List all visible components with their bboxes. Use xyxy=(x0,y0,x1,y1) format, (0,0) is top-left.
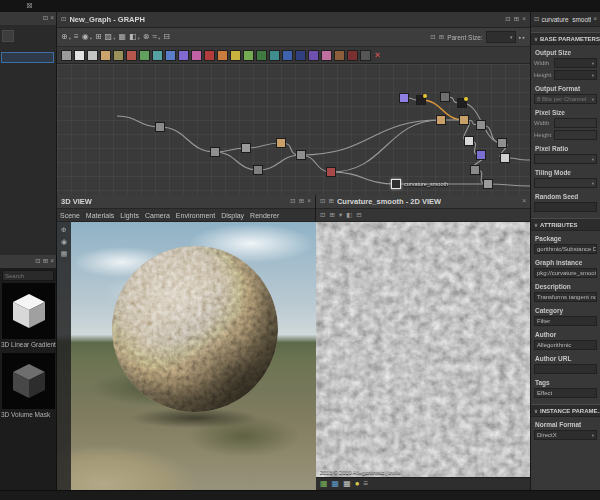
node-type-swatch[interactable] xyxy=(360,50,371,61)
node-type-swatch[interactable] xyxy=(178,50,189,61)
uv-grid-icon[interactable]: ▦ xyxy=(332,480,340,488)
field-value[interactable]: Allegorithmic xyxy=(534,340,597,350)
float-icon[interactable]: ⊞ xyxy=(328,198,333,205)
palette-close-icon[interactable]: × xyxy=(375,51,380,60)
link-sizes-icon[interactable]: ●● xyxy=(519,35,526,40)
node-type-swatch[interactable] xyxy=(217,50,228,61)
graph-node[interactable] xyxy=(457,98,467,108)
dock-icon[interactable]: ⊡ xyxy=(505,16,510,23)
dock-icon[interactable]: ⊡ xyxy=(320,198,325,205)
dock-icon[interactable]: ⊡ xyxy=(43,15,48,22)
graph-node[interactable] xyxy=(483,179,493,189)
node-type-swatch[interactable] xyxy=(230,50,241,61)
pan-tool-icon[interactable]: ≡ xyxy=(74,33,79,41)
node-type-swatch[interactable] xyxy=(243,50,254,61)
node-type-swatch[interactable] xyxy=(139,50,150,61)
graph-node[interactable] xyxy=(391,179,401,189)
close-icon[interactable]: × xyxy=(50,15,54,22)
close-icon[interactable]: × xyxy=(522,198,526,205)
node-type-swatch[interactable] xyxy=(269,50,280,61)
node-type-swatch[interactable] xyxy=(152,50,163,61)
graph-node[interactable] xyxy=(210,147,220,157)
float-icon[interactable]: ⊞ xyxy=(43,258,48,265)
graph-node[interactable] xyxy=(440,92,450,102)
float-icon[interactable]: ⊞ xyxy=(514,16,519,23)
field-value[interactable]: ▾ xyxy=(554,70,597,80)
orbit-icon[interactable]: ◉ xyxy=(61,238,67,245)
menu-lights[interactable]: Lights xyxy=(117,212,142,219)
node-type-swatch[interactable] xyxy=(347,50,358,61)
node-type-swatch[interactable] xyxy=(87,50,98,61)
camera-icon[interactable]: ⊕ xyxy=(61,226,67,233)
dock-icon[interactable]: ⊡ xyxy=(35,258,40,265)
field-value[interactable] xyxy=(534,364,597,374)
menu-environment[interactable]: Environment xyxy=(173,212,218,219)
node-type-swatch[interactable] xyxy=(295,50,306,61)
section-instance-parameters[interactable]: ∨INSTANCE PARAME... xyxy=(531,404,600,417)
material-channels-icon[interactable]: ▦ xyxy=(320,480,328,488)
options-icon[interactable]: ≡ xyxy=(364,480,369,488)
explorer-tab-icon[interactable] xyxy=(2,30,14,42)
float-icon[interactable]: ⊞ xyxy=(299,198,304,205)
node-type-swatch[interactable] xyxy=(321,50,332,61)
field-value[interactable]: pkg://curvature_smooth xyxy=(534,268,597,278)
menu-renderer[interactable]: Renderer xyxy=(247,212,282,219)
graph-node[interactable] xyxy=(416,95,426,105)
field-value[interactable] xyxy=(534,202,597,212)
field-value[interactable]: Effect xyxy=(534,388,597,398)
graph-node[interactable] xyxy=(155,122,165,132)
close-icon[interactable]: × xyxy=(593,16,597,23)
compile-tool-icon[interactable]: ⊗ xyxy=(143,33,150,41)
library-item[interactable]: 3D Linear Gradient xyxy=(0,283,57,348)
graph-node[interactable] xyxy=(497,138,507,148)
dock-icon[interactable]: ⊡ xyxy=(430,34,435,41)
node-type-swatch[interactable] xyxy=(113,50,124,61)
split-tool-icon[interactable]: ◧▾ xyxy=(129,33,140,41)
node-type-swatch[interactable] xyxy=(126,50,137,61)
graph-node[interactable] xyxy=(464,136,474,146)
node-type-swatch[interactable] xyxy=(334,50,345,61)
tile-icon[interactable]: ⊞ xyxy=(329,212,334,219)
view3d-viewport[interactable]: ⊕◉▦ xyxy=(57,222,316,490)
dock-icon[interactable]: ⊡ xyxy=(290,198,295,205)
graph-node[interactable] xyxy=(296,150,306,160)
menu-camera[interactable]: Camera xyxy=(142,212,173,219)
tiling-icon[interactable]: ▦ xyxy=(343,480,351,488)
node-type-swatch[interactable] xyxy=(308,50,319,61)
graph-node[interactable] xyxy=(326,167,336,177)
node-type-swatch[interactable] xyxy=(191,50,202,61)
close-icon[interactable]: × xyxy=(307,198,311,205)
close-icon[interactable]: × xyxy=(522,16,526,23)
add-node-tool-icon[interactable]: ⊞ xyxy=(95,33,102,41)
menu-display[interactable]: Display xyxy=(218,212,247,219)
field-value[interactable]: Transforms tangent norm xyxy=(534,292,597,302)
dropdown-icon[interactable]: ▾ xyxy=(339,212,342,219)
node-type-swatch[interactable] xyxy=(100,50,111,61)
parent-size-select[interactable]: ▾ xyxy=(486,31,516,43)
field-value[interactable]: ▾ xyxy=(554,58,597,68)
node-type-swatch[interactable] xyxy=(256,50,267,61)
view2d-canvas[interactable]: 2013 © 2019 Allegorithmic | trolls xyxy=(316,222,530,477)
select-tool-icon[interactable]: ⊕▾ xyxy=(61,33,71,41)
graph-node[interactable] xyxy=(500,153,510,163)
dock-icon[interactable]: ⊡ xyxy=(320,212,325,219)
graph-node[interactable] xyxy=(436,115,446,125)
collapse-icon[interactable]: ⊟ xyxy=(356,212,361,219)
dock-icon[interactable]: ⊡ xyxy=(534,16,539,23)
focus-tool-icon[interactable]: ◉▾ xyxy=(82,33,92,41)
section-attributes[interactable]: ∨ATTRIBUTES xyxy=(531,218,600,231)
field-value[interactable]: gorithmic/Substance Desig xyxy=(534,244,597,254)
node-type-swatch[interactable] xyxy=(282,50,293,61)
library-search-input[interactable]: Search xyxy=(2,270,54,281)
menu-scene[interactable]: Scene xyxy=(57,212,83,219)
split-view-icon[interactable]: ◧ xyxy=(346,212,352,219)
graph-node[interactable] xyxy=(253,165,263,175)
graph-node[interactable] xyxy=(276,138,286,148)
graph-node[interactable] xyxy=(399,93,409,103)
graph-node[interactable] xyxy=(470,165,480,175)
section-base-parameters[interactable]: ∨BASE PARAMETERS xyxy=(531,32,600,45)
node-type-swatch[interactable] xyxy=(204,50,215,61)
info-icon[interactable]: ● xyxy=(355,480,360,488)
field-value[interactable]: DirectX▾ xyxy=(534,430,597,440)
graph-node[interactable] xyxy=(459,115,469,125)
